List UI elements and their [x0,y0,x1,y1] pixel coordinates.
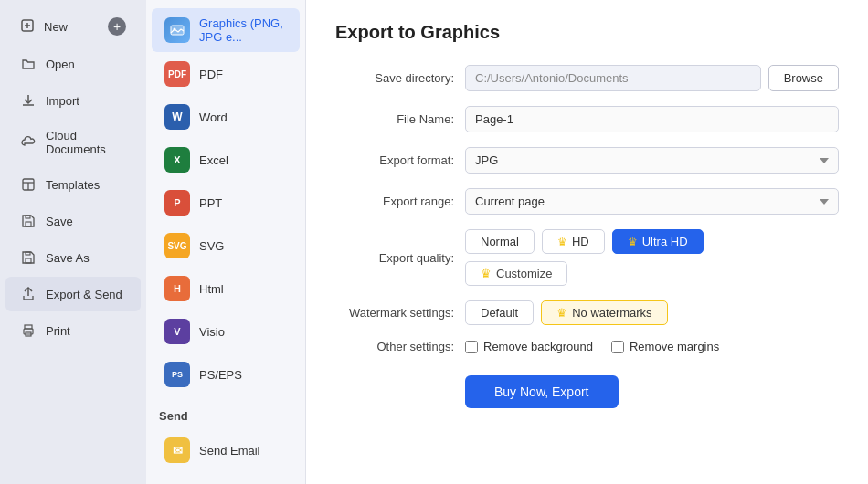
graphics-icon [164,17,190,43]
middle-item-pseps-label: PS/EPS [199,368,242,382]
new-icon [20,18,35,36]
middle-item-pdf[interactable]: PDF PDF [152,53,300,95]
middle-item-email-label: Send Email [199,444,259,458]
middle-item-ppt-label: PPT [199,196,222,210]
sidebar-item-cloud[interactable]: Cloud Documents [5,120,141,165]
export-format-select[interactable]: JPG PNG BMP TIFF GIF [465,147,839,174]
export-range-label: Export range: [335,195,454,208]
export-range-row: Export range: Current page All pages Sel… [335,188,839,215]
sidebar-item-export[interactable]: Export & Send [5,277,141,311]
buy-now-export-button[interactable]: Buy Now, Export [465,375,619,408]
new-plus-icon[interactable]: + [108,17,126,36]
other-settings-label: Other settings: [335,340,454,353]
quality-hd-button[interactable]: ♛ HD [542,229,605,254]
middle-item-svg[interactable]: SVG SVG [152,225,300,267]
middle-item-visio[interactable]: V Visio [152,310,300,352]
middle-item-excel-label: Excel [199,153,228,167]
sidebar-label-save-as: Save As [46,251,90,265]
other-settings-checkboxes: Remove background Remove margins [465,340,839,353]
customize-button[interactable]: ♛ Customize [465,261,567,286]
sidebar-item-save[interactable]: Save [5,204,141,238]
export-quality-control: Normal ♛ HD ♛ Ultra HD ♛ Customize [465,229,839,286]
excel-icon: X [164,147,190,173]
file-name-input[interactable] [465,106,839,132]
export-format-control: JPG PNG BMP TIFF GIF [465,147,839,174]
word-icon: W [164,104,190,130]
templates-icon [20,176,37,193]
watermark-control: Default ♛ No watermarks [465,300,839,325]
middle-item-graphics-label: Graphics (PNG, JPG e... [199,16,287,44]
watermark-default-button[interactable]: Default [465,300,534,325]
svg-rect-10 [26,258,31,263]
remove-margins-label: Remove margins [630,340,719,353]
sidebar-label-import: Import [46,94,79,108]
watermark-row: Watermark settings: Default ♛ No waterma… [335,300,839,325]
remove-margins-input[interactable] [611,341,624,353]
middle-item-ppt[interactable]: P PPT [152,182,300,224]
quality-ultra-hd-button[interactable]: ♛ Ultra HD [612,229,704,254]
open-icon [20,56,37,72]
page-title: Export to Graphics [335,22,839,43]
export-quality-label: Export quality: [335,251,454,265]
buy-now-container: Buy Now, Export [335,368,839,408]
watermark-label: Watermark settings: [335,306,454,320]
file-name-row: File Name: [335,106,839,132]
sidebar-item-import[interactable]: Import [5,83,141,118]
watermark-none-button[interactable]: ♛ No watermarks [541,300,667,325]
sidebar-item-templates[interactable]: Templates [5,167,141,202]
svg-rect-11 [26,252,30,255]
hd-crown-icon: ♛ [557,236,567,248]
save-directory-row: Save directory: Browse [335,65,839,91]
save-directory-label: Save directory: [335,71,454,85]
ultra-hd-crown-icon: ♛ [628,236,638,248]
remove-margins-checkbox[interactable]: Remove margins [611,340,719,353]
sidebar-item-new[interactable]: New + [5,8,141,45]
save-directory-control: Browse [465,65,839,91]
middle-item-email[interactable]: ✉ Send Email [152,429,300,471]
quality-buttons: Normal ♛ HD ♛ Ultra HD [465,229,839,254]
quality-normal-button[interactable]: Normal [465,229,535,254]
sidebar-label-templates: Templates [46,178,100,192]
middle-item-excel[interactable]: X Excel [152,139,300,181]
file-name-control [465,106,839,132]
middle-item-graphics[interactable]: Graphics (PNG, JPG e... [152,8,300,52]
middle-item-html[interactable]: H Html [152,268,300,310]
browse-button[interactable]: Browse [768,65,839,91]
svg-rect-8 [26,222,31,226]
middle-item-html-label: Html [199,282,224,296]
sidebar-item-save-as[interactable]: Save As [5,240,141,275]
export-icon [20,286,37,302]
save-directory-input-group: Browse [465,65,839,91]
visio-icon: V [164,319,190,344]
sidebar-label-open: Open [46,58,75,71]
save-directory-input[interactable] [465,65,761,91]
main-content: Export to Graphics Save directory: Brows… [306,0,868,484]
middle-item-word[interactable]: W Word [152,96,300,138]
remove-background-checkbox[interactable]: Remove background [465,340,593,353]
middle-item-svg-label: SVG [199,239,224,253]
sidebar-label-print: Print [46,324,70,338]
remove-background-input[interactable] [465,341,478,353]
sidebar-label-cloud: Cloud Documents [46,129,126,156]
other-settings-control: Remove background Remove margins [465,340,839,353]
pseps-icon: PS [164,362,190,387]
middle-item-pdf-label: PDF [199,68,223,81]
ppt-icon: P [164,190,190,216]
html-icon: H [164,276,190,301]
sidebar-item-print[interactable]: Print [5,313,141,348]
sidebar-item-open[interactable]: Open [5,47,141,81]
middle-item-word-label: Word [199,110,228,124]
pdf-icon: PDF [164,61,190,87]
customize-crown-icon: ♛ [481,267,492,280]
print-icon [20,322,37,339]
export-range-select[interactable]: Current page All pages Selected pages [465,188,839,215]
cloud-icon [20,134,37,151]
save-as-icon [20,249,37,266]
sidebar-label-save: Save [46,215,73,228]
sidebar-label-new: New [44,20,68,34]
watermark-crown-icon: ♛ [556,306,567,320]
file-name-label: File Name: [335,112,454,126]
watermark-buttons: Default ♛ No watermarks [465,300,839,325]
middle-item-pseps[interactable]: PS PS/EPS [152,353,300,395]
svg-rect-9 [26,216,30,218]
